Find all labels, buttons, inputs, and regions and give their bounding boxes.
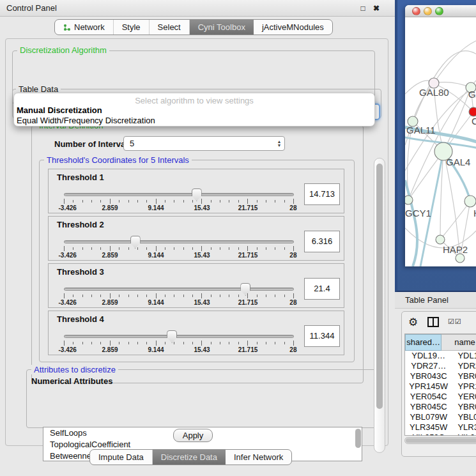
threshold-row: Threshold 1 -3.4262.8599.14415.4321.7152… [48, 169, 344, 213]
tab-infer-network[interactable]: Infer Network [226, 450, 291, 464]
panel-scrollbar[interactable] [374, 158, 385, 453]
tick-mark [100, 200, 101, 203]
cell-shared-name: YDL19… [405, 351, 452, 361]
tick-mark [238, 342, 239, 344]
tick-label: 2.859 [102, 204, 118, 211]
network-view-window[interactable]: GAL80GACGAL11GAL4GCY1HHAP2 [405, 5, 476, 266]
checkbox-icons[interactable]: ☑☑ [448, 318, 462, 326]
table-row[interactable]: YLR345WYLR3 [405, 422, 476, 433]
tab-select[interactable]: Select [150, 20, 190, 35]
panel-scrollbar-thumb[interactable] [376, 164, 383, 409]
tick-mark [192, 247, 193, 250]
node-label: GAL80 [419, 87, 449, 98]
numerical-attributes-label: Numerical Attributes [31, 376, 112, 386]
threshold-label: Threshold 1 [57, 173, 104, 182]
tick-mark [156, 199, 157, 204]
float-window-icon[interactable]: □ [357, 3, 369, 14]
minimize-traffic-light[interactable] [424, 7, 432, 15]
threshold-value-box[interactable]: 6.316 [304, 231, 340, 252]
table-row[interactable]: YER054CYER0 [405, 392, 476, 402]
table-row[interactable]: YIL053CYIL0 [405, 433, 476, 436]
num-intervals-combobox[interactable]: 5 ▲▼ [123, 136, 285, 151]
network-node-h[interactable] [464, 196, 476, 207]
network-node[interactable] [456, 254, 464, 263]
tab-discretize-data[interactable]: Discretize Data [153, 450, 226, 464]
tab-jactivemnodules[interactable]: jActiveMNodules [254, 20, 332, 35]
tick-mark [247, 293, 248, 298]
threshold-value-box[interactable]: 14.713 [304, 183, 340, 205]
tab-style[interactable]: Style [114, 20, 150, 35]
tick-mark [211, 247, 211, 250]
tick-mark [146, 200, 147, 203]
tick-mark [73, 342, 73, 344]
tick-mark [119, 247, 119, 250]
node-table[interactable]: shared… name YDL19…YDL1YDR27…YDR2YBR043C… [404, 334, 476, 436]
table-hscrollbar-thumb[interactable] [406, 438, 476, 443]
tick-mark [211, 200, 211, 203]
tick-mark [146, 342, 147, 344]
tick-mark [91, 342, 92, 344]
table-row[interactable]: YBR043CYBR0 [405, 371, 476, 381]
tick-label: 28 [289, 204, 296, 211]
control-panel-titlebar: Control Panel □ ✖ [0, 0, 395, 17]
tick-label: 15.43 [194, 299, 210, 306]
threshold-slider[interactable]: -3.4262.8599.14415.4321.71528 [61, 234, 296, 260]
columns-icon[interactable] [427, 317, 439, 327]
threshold-value-box[interactable]: 11.344 [304, 325, 340, 347]
tick-mark [91, 247, 92, 250]
list-scrollbar-thumb[interactable] [355, 429, 361, 448]
slider-tick-labels: -3.4262.8599.14415.4321.71528 [64, 299, 294, 307]
zoom-traffic-light[interactable] [435, 7, 443, 15]
tick-mark [100, 342, 101, 344]
tick-label: 2.859 [102, 252, 118, 259]
tick-mark [91, 295, 92, 297]
tick-mark [284, 247, 285, 250]
network-node-c[interactable] [469, 107, 476, 116]
network-node-gcy1[interactable] [405, 196, 413, 204]
node-label: C [472, 116, 476, 127]
threshold-value-box[interactable]: 21.4 [304, 278, 340, 300]
tick-mark [82, 247, 83, 250]
tick-label: 15.43 [194, 252, 210, 259]
table-panel: ⚙ ☑☑ shared… name YDL19…YDL1YDR27…YDR2YB… [401, 311, 476, 457]
threshold-slider[interactable]: -3.4262.8599.14415.4321.71528 [61, 282, 296, 307]
stepper-arrows-icon[interactable]: ▲▼ [274, 140, 284, 148]
slider-track[interactable] [64, 240, 294, 243]
tick-mark [156, 293, 157, 298]
network-window-titlebar[interactable] [405, 5, 476, 17]
dropdown-option-equal-width-frequency[interactable]: Equal Width/Frequency Discretization [16, 116, 374, 126]
table-row[interactable]: YDL19…YDL1 [405, 351, 476, 361]
slider-track[interactable] [64, 335, 294, 338]
tick-mark [284, 295, 285, 297]
tab-cyni-toolbox[interactable]: Cyni Toolbox [190, 20, 254, 35]
apply-button[interactable]: Apply [173, 429, 213, 442]
tick-mark [238, 247, 239, 250]
tab-network[interactable]: Network [55, 20, 114, 35]
table-row[interactable]: YBR045CYBR0 [405, 402, 476, 412]
tab-impute-data[interactable]: Impute Data [90, 450, 153, 464]
table-row[interactable]: YPR145WYPR1 [405, 381, 476, 392]
tick-mark [110, 293, 111, 298]
cell-name: YIL0 [452, 433, 476, 436]
network-graph: GAL80GACGAL11GAL4GCY1HHAP2 [405, 17, 476, 266]
slider-track[interactable] [64, 193, 294, 196]
threshold-row: Threshold 3 -3.4262.8599.14415.4321.7152… [48, 263, 344, 308]
network-node-hap2[interactable] [436, 235, 445, 244]
column-header-name[interactable]: name [441, 334, 476, 351]
table-row[interactable]: YDR27…YDR2 [405, 361, 476, 371]
tick-label: -3.426 [58, 346, 76, 353]
close-traffic-light[interactable] [412, 7, 420, 15]
control-panel-title: Control Panel [6, 3, 57, 13]
column-header-shared-name[interactable]: shared… [405, 334, 441, 351]
network-canvas[interactable]: GAL80GACGAL11GAL4GCY1HHAP2 [405, 17, 476, 266]
table-row[interactable]: YBL079WYBL0 [405, 412, 476, 422]
dropdown-option-manual-discretization[interactable]: Manual Discretization [16, 105, 374, 116]
tick-label: 21.715 [238, 346, 258, 353]
close-window-icon[interactable]: ✖ [371, 3, 382, 14]
slider-track[interactable] [64, 288, 294, 291]
threshold-slider[interactable]: -3.4262.8599.14415.4321.71528 [61, 329, 296, 355]
slider-ticks [64, 341, 294, 346]
table-hscrollbar[interactable] [404, 437, 476, 444]
threshold-slider[interactable]: -3.4262.8599.14415.4321.71528 [61, 187, 296, 213]
gear-icon[interactable]: ⚙ [408, 316, 418, 329]
